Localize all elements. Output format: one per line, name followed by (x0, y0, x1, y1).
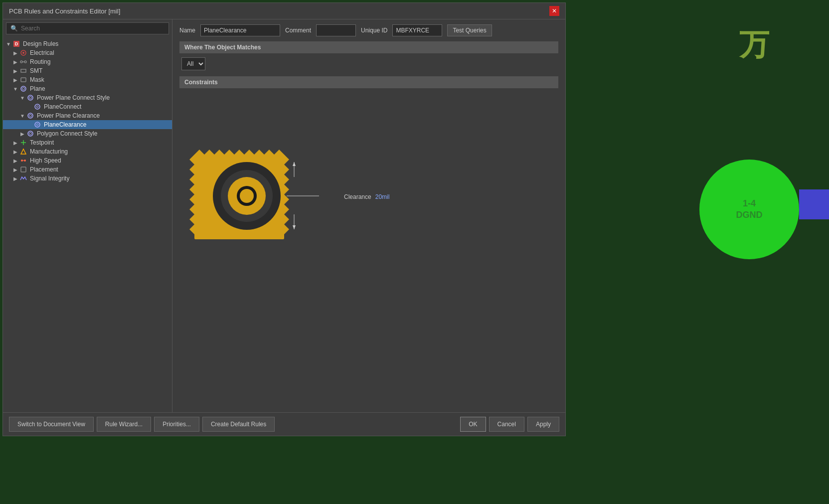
label-signal: Signal Integrity (30, 175, 69, 182)
label-smt: SMT (30, 67, 42, 74)
icon-high-speed (19, 157, 28, 164)
label-manufacturing: Manufacturing (30, 148, 68, 155)
tree-item-polygon-connect[interactable]: ▶ Polygon Connect Style (3, 129, 172, 138)
clearance-value: 20mil (375, 193, 390, 200)
comment-input[interactable] (316, 24, 356, 36)
svg-marker-39 (293, 162, 296, 166)
svg-rect-8 (21, 78, 26, 82)
icon-ppcs (26, 94, 35, 101)
bottom-left-buttons: Switch to Document View Rule Wizard... P… (9, 417, 275, 432)
tree-item-testpoint[interactable]: ▶ Testpoint (3, 138, 172, 147)
label-placement: Placement (30, 166, 58, 173)
label-testpoint: Testpoint (30, 139, 54, 146)
unique-id-label: Unique ID (361, 27, 387, 34)
label-routing: Routing (30, 58, 50, 65)
label-mask: Mask (30, 76, 44, 83)
icon-plane-clearance (33, 121, 42, 128)
label-high-speed: High Speed (30, 157, 61, 164)
object-match-dropdown[interactable]: All (181, 57, 205, 70)
icon-plane (19, 85, 28, 92)
tree-item-plane-connect[interactable]: PlaneConnect (3, 102, 172, 111)
label-plane-connect: PlaneConnect (44, 103, 81, 110)
label-ppcs: Power Plane Connect Style (37, 94, 110, 101)
label-ppc: Power Plane Clearance (37, 112, 100, 119)
name-label: Name (179, 27, 195, 34)
svg-text:D: D (15, 41, 18, 46)
tree-item-routing[interactable]: ▶ Routing (3, 57, 172, 66)
arrow-polgon: ▶ (19, 131, 26, 137)
arrow-signal: ▶ (12, 176, 19, 181)
icon-electrical (19, 49, 28, 56)
rule-wizard-button[interactable]: Rule Wizard... (97, 417, 151, 432)
icon-ppc (26, 112, 35, 119)
icon-routing (19, 58, 28, 65)
arrow-testpoint: ▶ (12, 140, 19, 146)
tree-item-design-rules[interactable]: ▼ D Design Rules (3, 39, 172, 48)
cancel-button[interactable]: Cancel (489, 417, 524, 432)
green-circle-decoration: 1-4 DGND (699, 160, 799, 259)
create-default-button[interactable]: Create Default Rules (202, 417, 275, 432)
tree-item-plane[interactable]: ▼ Plane (3, 84, 172, 93)
svg-point-12 (29, 97, 32, 99)
tree-item-power-plane-connect[interactable]: ▼ Power Plane Connect Style (3, 93, 172, 102)
label-polygon: Polygon Connect Style (37, 130, 97, 137)
main-dialog: PCB Rules and Constraints Editor [mil] ✕… (2, 2, 566, 436)
svg-point-11 (28, 95, 33, 100)
svg-point-4 (20, 61, 22, 63)
arrow-plane: ▼ (12, 86, 19, 92)
arrow-design-rules: ▼ (5, 41, 12, 47)
clearance-label-area: Clearance 20mil (344, 193, 389, 200)
svg-point-37 (240, 189, 254, 203)
circle-text-line1: 1-4 (743, 198, 756, 209)
icon-signal (19, 175, 28, 182)
tree-item-power-plane-clearance[interactable]: ▼ Power Plane Clearance (3, 111, 172, 120)
icon-polygon (26, 130, 35, 137)
tree-item-smt[interactable]: ▶ SMT (3, 66, 172, 75)
bottom-bar: Switch to Document View Rule Wizard... P… (3, 412, 565, 436)
arrow-manufacturing: ▶ (12, 149, 19, 155)
test-queries-button[interactable]: Test Queries (447, 24, 492, 36)
main-content: 🔍 ▼ D Design Rules ▶ (3, 19, 565, 412)
tree-area: ▼ D Design Rules ▶ Electrical ▶ (3, 37, 172, 412)
svg-point-15 (28, 113, 33, 118)
tree-item-electrical[interactable]: ▶ Electrical (3, 48, 172, 57)
svg-rect-7 (21, 69, 26, 72)
object-match-row: All (179, 57, 558, 70)
icon-manufacturing (19, 148, 28, 155)
icon-testpoint (19, 139, 28, 146)
svg-point-13 (35, 104, 40, 109)
close-button[interactable]: ✕ (549, 6, 559, 16)
tree-item-high-speed[interactable]: ▶ High Speed (3, 156, 172, 165)
arrow-routing: ▶ (12, 59, 19, 65)
constraints-header: Constraints (179, 76, 558, 88)
label-design-rules: Design Rules (23, 40, 58, 47)
svg-point-9 (21, 86, 26, 91)
arrow-ppcs: ▼ (19, 95, 26, 101)
arrow-high-speed: ▶ (12, 158, 19, 164)
clearance-diagram (189, 150, 329, 244)
unique-id-input[interactable] (392, 24, 442, 36)
tree-item-placement[interactable]: ▶ Placement (3, 165, 172, 174)
svg-marker-23 (21, 149, 26, 154)
where-object-header: Where The Object Matches (179, 41, 558, 53)
icon-placement (19, 166, 28, 173)
tree-item-signal-integrity[interactable]: ▶ Signal Integrity (3, 174, 172, 183)
tree-item-mask[interactable]: ▶ Mask (3, 75, 172, 84)
label-plane: Plane (30, 85, 45, 92)
name-input[interactable] (200, 24, 280, 36)
tree-item-manufacturing[interactable]: ▶ Manufacturing (3, 147, 172, 156)
switch-doc-button[interactable]: Switch to Document View (9, 417, 94, 432)
svg-point-10 (22, 88, 25, 90)
icon-design-rules: D (12, 40, 21, 47)
right-panel: Name Comment Unique ID Test Queries Wher… (172, 19, 565, 412)
priorities-button[interactable]: Priorities... (154, 417, 199, 432)
search-box[interactable]: 🔍 (6, 22, 169, 34)
apply-button[interactable]: Apply (527, 417, 559, 432)
icon-smt (19, 67, 28, 74)
ok-button[interactable]: OK (460, 417, 486, 432)
svg-point-14 (36, 106, 38, 108)
tree-item-plane-clearance[interactable]: PlaneClearance (3, 120, 172, 129)
blue-rect-decoration (799, 189, 829, 219)
svg-marker-30 (189, 155, 194, 234)
search-input[interactable] (21, 25, 165, 32)
